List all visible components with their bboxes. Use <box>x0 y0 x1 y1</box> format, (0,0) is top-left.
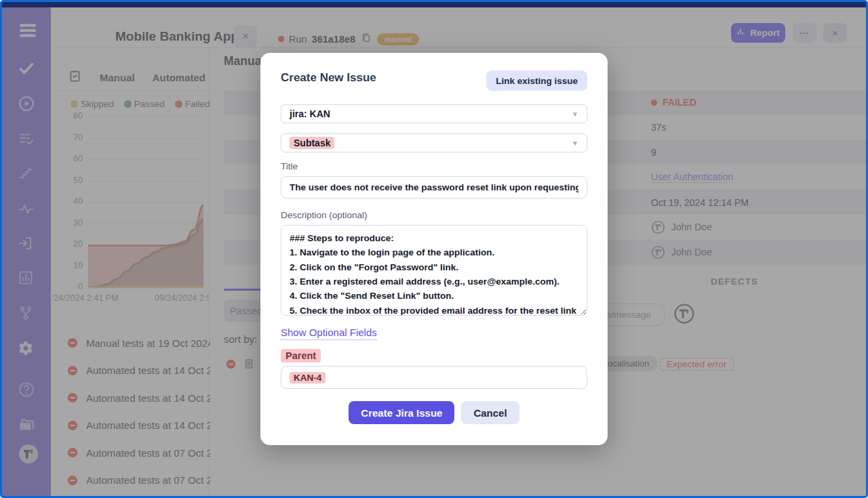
description-label: Description (optional) <box>281 210 368 220</box>
modal-title: Create New Issue <box>281 71 376 85</box>
issue-type-select[interactable]: Subtask ▼ <box>281 133 587 152</box>
parent-label: Parent <box>281 349 321 362</box>
parent-issue-input[interactable]: KAN-4 <box>281 366 587 389</box>
issue-type-value: Subtask <box>290 137 334 149</box>
project-select[interactable]: jira: KAN ▼ <box>281 104 587 123</box>
create-issue-modal: Create New Issue Link existing issue jir… <box>260 53 608 445</box>
show-optional-fields-link[interactable]: Show Optional Fields <box>281 327 377 340</box>
title-label: Title <box>281 161 298 171</box>
create-jira-issue-button[interactable]: Create Jira Issue <box>349 401 454 424</box>
chevron-down-icon: ▼ <box>572 140 578 147</box>
modal-actions: Create Jira Issue Cancel <box>260 401 608 424</box>
issue-description-textarea[interactable]: ### Steps to reproduce: 1. Navigate to t… <box>281 225 587 316</box>
cancel-button[interactable]: Cancel <box>461 401 519 424</box>
parent-issue-value: KAN-4 <box>290 372 326 383</box>
link-existing-issue-button[interactable]: Link existing issue <box>486 70 587 91</box>
window-top-bar <box>2 2 866 7</box>
screen: Mobile Banking App × Run 361a18e8 manual… <box>0 0 868 498</box>
chevron-down-icon: ▼ <box>572 110 578 118</box>
issue-title-input[interactable] <box>281 176 587 199</box>
